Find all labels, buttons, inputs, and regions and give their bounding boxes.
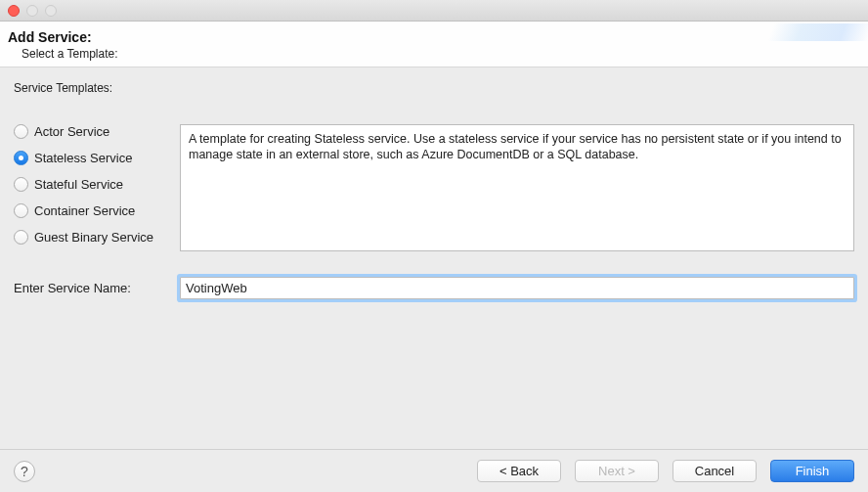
dialog-header: Add Service: Select a Template:	[0, 22, 868, 67]
radio-label: Guest Binary Service	[34, 230, 153, 245]
window-minimize-button	[26, 5, 38, 17]
service-name-input[interactable]	[180, 277, 854, 299]
window-zoom-button	[45, 5, 57, 17]
template-selection-row: Actor Service Stateless Service Stateful…	[14, 124, 854, 251]
radio-icon	[14, 230, 28, 245]
window-close-button[interactable]	[8, 5, 20, 17]
radio-label: Container Service	[34, 203, 135, 218]
help-icon: ?	[21, 464, 28, 479]
dialog-subtitle: Select a Template:	[8, 47, 856, 61]
radio-label: Actor Service	[34, 124, 109, 139]
section-label: Service Templates:	[14, 81, 854, 95]
radio-stateless-service[interactable]: Stateless Service	[14, 151, 170, 165]
radio-actor-service[interactable]: Actor Service	[14, 124, 170, 139]
service-name-row: Enter Service Name:	[14, 277, 854, 299]
next-button: Next >	[575, 460, 659, 482]
service-name-input-wrap	[180, 277, 854, 299]
back-button[interactable]: < Back	[477, 460, 561, 482]
finish-button[interactable]: Finish	[770, 460, 854, 482]
template-description: A template for creating Stateless servic…	[180, 124, 854, 251]
radio-icon	[14, 124, 28, 139]
radio-stateful-service[interactable]: Stateful Service	[14, 177, 170, 192]
footer-button-row: < Back Next > Cancel Finish	[477, 460, 854, 482]
radio-guest-binary-service[interactable]: Guest Binary Service	[14, 230, 170, 245]
radio-label: Stateless Service	[34, 151, 132, 165]
radio-label: Stateful Service	[34, 177, 123, 192]
help-button[interactable]: ?	[14, 461, 35, 482]
header-decoration	[731, 23, 868, 41]
radio-icon	[14, 151, 28, 165]
dialog-title: Add Service:	[8, 29, 856, 45]
radio-container-service[interactable]: Container Service	[14, 203, 170, 218]
service-name-label: Enter Service Name:	[14, 281, 170, 295]
radio-icon	[14, 177, 28, 192]
cancel-button[interactable]: Cancel	[673, 460, 757, 482]
radio-icon	[14, 203, 28, 218]
dialog-content: Service Templates: Actor Service Statele…	[0, 67, 868, 299]
template-radio-group: Actor Service Stateless Service Stateful…	[14, 124, 170, 251]
radio-dot-icon	[19, 156, 23, 160]
window-titlebar	[0, 0, 868, 22]
dialog-footer: ? < Back Next > Cancel Finish	[0, 449, 868, 492]
